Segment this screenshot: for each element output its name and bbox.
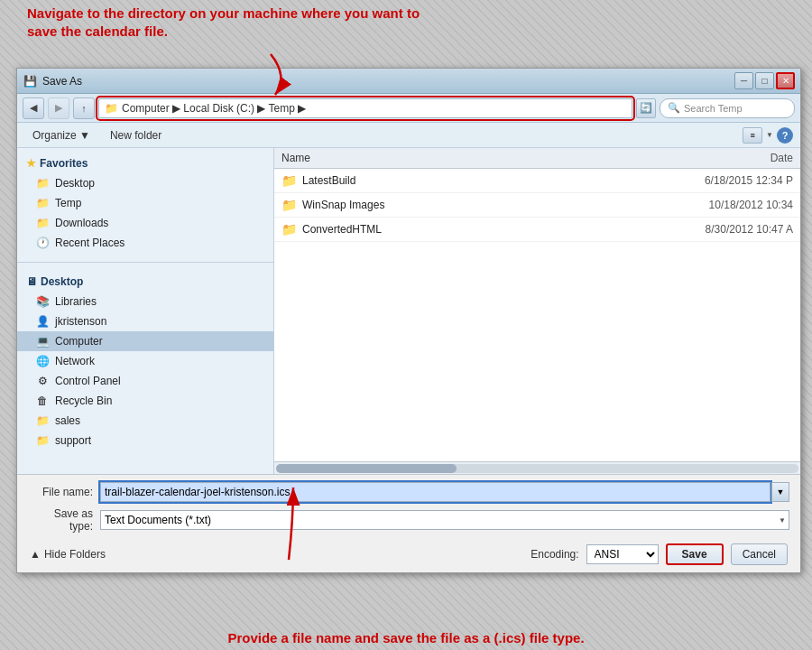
sidebar-item-downloads[interactable]: 📁 Downloads	[17, 213, 273, 233]
downloads-folder-icon: 📁	[35, 216, 50, 230]
file-date-convertedhtml: 8/30/2012 10:47 A	[649, 223, 793, 236]
title-bar: 💾 Save As ─ □ ✕	[17, 69, 800, 94]
address-path[interactable]: 📁 Computer ▶ Local Disk (C:) ▶ Temp ▶	[98, 98, 632, 118]
folder-icon-winsnap: 📁	[281, 198, 297, 212]
file-name-convertedhtml: ConvertedHTML	[302, 223, 649, 236]
col-header-date[interactable]: Date	[649, 152, 793, 164]
sidebar: ★ Favorites 📁 Desktop 📁 Temp 📁 Downloads…	[17, 148, 274, 474]
address-bar: ◀ ▶ ↑ 📁 Computer ▶ Local Disk (C:) ▶ Tem…	[17, 94, 800, 123]
favorites-label: Favorites	[40, 157, 88, 170]
save-button[interactable]: Save	[666, 543, 724, 565]
top-arrow-svg	[198, 50, 307, 99]
bottom-arrow-svg	[262, 483, 325, 564]
dialog-icon: 💾	[23, 74, 37, 88]
address-path-text: Computer ▶ Local Disk (C:) ▶ Temp ▶	[122, 102, 306, 115]
file-date-winsnap: 10/18/2012 10:34	[649, 199, 793, 211]
network-icon: 🌐	[35, 354, 50, 368]
file-item-winsnap[interactable]: 📁 WinSnap Images 10/18/2012 10:34	[274, 193, 800, 218]
file-item-convertedhtml[interactable]: 📁 ConvertedHTML 8/30/2012 10:47 A	[274, 218, 800, 242]
sidebar-item-jkristenson[interactable]: 👤 jkristenson	[17, 311, 273, 331]
search-box: 🔍 Search Temp	[660, 98, 795, 118]
up-button[interactable]: ↑	[73, 98, 95, 119]
computer-label: Computer	[55, 335, 103, 348]
recent-places-label: Recent Places	[55, 237, 125, 249]
search-placeholder: Search Temp	[684, 103, 743, 114]
star-icon: ★	[26, 157, 36, 170]
horizontal-scrollbar[interactable]	[274, 461, 800, 474]
filename-dropdown-btn[interactable]: ▼	[771, 482, 789, 502]
encoding-select[interactable]: ANSI	[586, 544, 659, 564]
control-panel-label: Control Panel	[55, 375, 121, 387]
encoding-select-wrapper: ANSI	[586, 544, 659, 564]
filename-row: File name: ▼	[28, 482, 789, 502]
top-annotation: Navigate to the directory on your machin…	[27, 5, 785, 40]
libraries-label: Libraries	[55, 295, 97, 308]
savetype-label: Save as type:	[28, 507, 100, 533]
desktop-section: 🖥 Desktop 📚 Libraries 👤 jkristenson 💻 Co…	[17, 266, 273, 456]
toolbar: Organize ▼ New folder ≡ ▼ ?	[17, 123, 800, 148]
search-icon: 🔍	[668, 102, 680, 114]
sidebar-item-support[interactable]: 📁 support	[17, 431, 273, 450]
help-button[interactable]: ?	[777, 127, 793, 144]
filename-input[interactable]	[100, 482, 770, 502]
file-name-winsnap: WinSnap Images	[302, 199, 649, 211]
temp-folder-icon: 📁	[35, 196, 50, 210]
file-list-header: Name Date	[274, 148, 800, 169]
file-date-latestbuild: 6/18/2015 12:34 P	[649, 174, 793, 187]
forward-button[interactable]: ▶	[48, 98, 69, 119]
view-button[interactable]: ≡	[743, 127, 762, 144]
folder-icon: 📁	[105, 102, 118, 115]
desktop-label: Desktop	[55, 177, 95, 190]
hide-folders-button[interactable]: ▲ Hide Folders	[30, 548, 106, 561]
sidebar-item-recycle-bin[interactable]: 🗑 Recycle Bin	[17, 391, 273, 411]
recycle-bin-icon: 🗑	[35, 394, 50, 408]
footer-row: ▲ Hide Folders Encoding: ANSI Save Cance…	[28, 538, 789, 565]
new-folder-button[interactable]: New folder	[102, 125, 170, 145]
save-as-dialog: 💾 Save As ─ □ ✕ ◀ ▶ ↑ 📁 Computer ▶ Local…	[16, 68, 801, 573]
scrollbar-track[interactable]	[276, 464, 798, 473]
file-list-spacer	[274, 242, 800, 461]
hide-folders-label: Hide Folders	[44, 548, 106, 561]
jkristenson-icon: 👤	[35, 314, 50, 329]
favorites-section: ★ Favorites 📁 Desktop 📁 Temp 📁 Downloads…	[17, 148, 273, 258]
encoding-label: Encoding:	[531, 548, 578, 561]
sidebar-item-network[interactable]: 🌐 Network	[17, 351, 273, 371]
title-bar-buttons: ─ □ ✕	[734, 72, 795, 89]
dialog-title: Save As	[42, 75, 734, 88]
folder-icon-convertedhtml: 📁	[281, 222, 297, 237]
downloads-label: Downloads	[55, 217, 108, 229]
sidebar-item-control-panel[interactable]: ⚙ Control Panel	[17, 371, 273, 391]
encoding-area: Encoding: ANSI Save Cancel	[531, 543, 788, 565]
col-header-name[interactable]: Name	[281, 152, 649, 164]
main-content: ★ Favorites 📁 Desktop 📁 Temp 📁 Downloads…	[17, 148, 800, 474]
file-item-latestbuild[interactable]: 📁 LatestBuild 6/18/2015 12:34 P	[274, 169, 800, 193]
sales-folder-icon: 📁	[35, 413, 50, 428]
favorites-header[interactable]: ★ Favorites	[17, 153, 273, 173]
sidebar-item-computer[interactable]: 💻 Computer	[17, 331, 273, 351]
file-list: Name Date 📁 LatestBuild 6/18/2015 12:34 …	[274, 148, 800, 474]
refresh-button[interactable]: 🔄	[636, 98, 656, 118]
desktop-header[interactable]: 🖥 Desktop	[17, 272, 273, 292]
sidebar-item-desktop[interactable]: 📁 Desktop	[17, 173, 273, 193]
savetype-select[interactable]: Text Documents (*.txt)	[100, 510, 789, 530]
folder-icon-latestbuild: 📁	[281, 173, 297, 188]
sidebar-item-sales[interactable]: 📁 sales	[17, 411, 273, 431]
maximize-button[interactable]: □	[755, 72, 774, 89]
close-button[interactable]: ✕	[776, 72, 795, 89]
sidebar-item-recent-places[interactable]: 🕐 Recent Places	[17, 233, 273, 253]
computer-icon: 💻	[35, 334, 50, 348]
sidebar-item-libraries[interactable]: 📚 Libraries	[17, 292, 273, 311]
scrollbar-thumb[interactable]	[276, 464, 457, 473]
sidebar-item-temp[interactable]: 📁 Temp	[17, 193, 273, 213]
cancel-button[interactable]: Cancel	[731, 543, 788, 565]
minimize-button[interactable]: ─	[734, 72, 753, 89]
organize-button[interactable]: Organize ▼	[24, 125, 98, 145]
dropdown-icon: ▼	[766, 131, 773, 139]
network-label: Network	[55, 355, 95, 367]
back-button[interactable]: ◀	[23, 98, 44, 119]
recent-places-icon: 🕐	[35, 236, 50, 250]
filename-label: File name:	[28, 486, 100, 498]
savetype-row: Save as type: Text Documents (*.txt)	[28, 507, 789, 533]
support-folder-icon: 📁	[35, 433, 50, 448]
desktop-section-label: Desktop	[41, 275, 83, 288]
